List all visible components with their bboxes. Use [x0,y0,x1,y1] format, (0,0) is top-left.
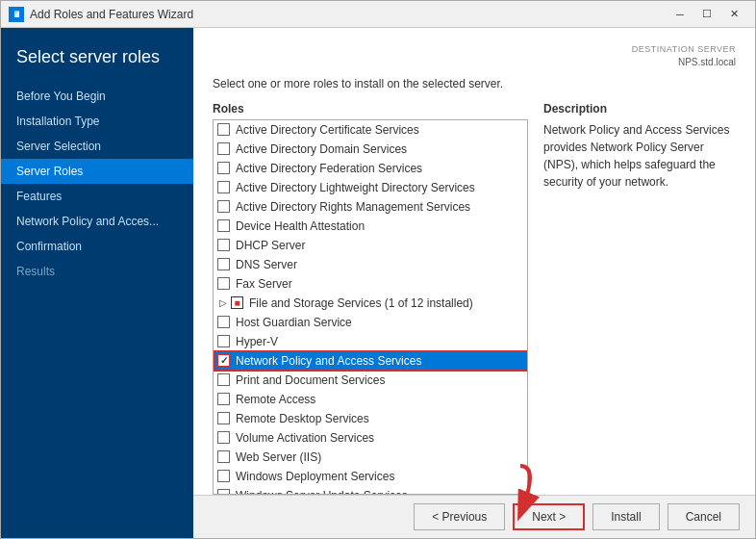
role-item-device-health[interactable]: Device Health Attestation [214,217,527,236]
role-checkbox-ad-cert[interactable] [217,123,230,136]
role-label-ad-rights: Active Directory Rights Management Servi… [236,200,470,214]
role-item-win-deployment[interactable]: Windows Deployment Services [214,467,527,486]
nav-list: Before You Begin Installation Type Serve… [1,84,193,538]
destination-server: DESTINATION SERVER NPS.std.local [213,43,736,69]
window-title: Add Roles and Features Wizard [30,8,667,21]
role-checkbox-network-policy[interactable]: ✓ [217,354,230,367]
role-label-ad-domain: Active Directory Domain Services [236,142,407,156]
nav-item-features[interactable]: Features [1,184,193,209]
role-label-remote-access: Remote Access [236,393,315,406]
role-checkbox-remote-access[interactable] [217,393,230,405]
main-content: DESTINATION SERVER NPS.std.local Select … [193,28,755,538]
role-checkbox-device-health[interactable] [217,219,230,232]
role-item-remote-desktop[interactable]: Remote Desktop Services [214,409,527,428]
role-checkbox-ad-federation[interactable] [217,162,230,174]
role-item-win-update[interactable]: Windows Server Update Services [214,486,527,495]
maximize-button[interactable]: ☐ [693,5,720,24]
role-label-ad-lightweight: Active Directory Lightweight Directory S… [236,181,475,194]
main-panel: DESTINATION SERVER NPS.std.local Select … [193,28,755,495]
role-checkbox-win-deployment[interactable] [217,470,230,482]
roles-panel: Roles Active Directory Certificate Servi… [213,102,528,495]
titlebar: 🖥 Add Roles and Features Wizard ─ ☐ ✕ [1,1,755,28]
role-checkbox-win-update[interactable] [217,489,230,495]
role-item-ad-lightweight[interactable]: Active Directory Lightweight Directory S… [214,178,527,197]
role-checkbox-web-server[interactable] [217,450,230,463]
nav-item-installation-type[interactable]: Installation Type [1,109,193,134]
previous-button[interactable]: < Previous [414,503,505,530]
dest-server-label: DESTINATION SERVER [213,43,736,56]
role-label-dns: DNS Server [236,258,297,271]
role-item-print-doc[interactable]: Print and Document Services [214,371,527,390]
nav-item-before-you-begin[interactable]: Before You Begin [1,84,193,109]
description-text: Network Policy and Access Services provi… [543,121,736,191]
window-controls: ─ ☐ ✕ [667,5,747,24]
app-icon: 🖥 [9,7,24,22]
role-checkbox-ad-rights[interactable] [217,200,230,213]
role-checkbox-host-guardian[interactable] [217,316,230,328]
role-label-win-update: Windows Server Update Services [236,489,408,495]
description-header: Description [543,102,736,116]
role-item-volume-activation[interactable]: Volume Activation Services [214,428,527,448]
nav-item-results[interactable]: Results [1,259,193,284]
install-button[interactable]: Install [592,503,659,530]
role-label-file-storage: File and Storage Services (1 of 12 insta… [249,296,473,310]
role-checkbox-hyper-v[interactable] [217,335,230,347]
role-checkbox-remote-desktop[interactable] [217,412,230,424]
left-panel: Select server roles Before You Begin Ins… [1,28,193,538]
roles-list-container[interactable]: Active Directory Certificate Services Ac… [213,119,528,495]
role-label-remote-desktop: Remote Desktop Services [236,412,369,425]
role-label-print-doc: Print and Document Services [236,373,385,387]
description-panel: Description Network Policy and Access Se… [543,102,736,495]
nav-item-server-selection[interactable]: Server Selection [1,134,193,159]
role-checkbox-dhcp[interactable] [217,239,230,251]
cancel-button[interactable]: Cancel [668,503,740,530]
role-label-network-policy: Network Policy and Access Services [236,354,421,368]
close-button[interactable]: ✕ [720,5,747,24]
minimize-button[interactable]: ─ [667,5,693,24]
role-item-hyper-v[interactable]: Hyper-V [214,332,527,351]
role-item-host-guardian[interactable]: Host Guardian Service [214,313,527,332]
expand-icon-file-storage: ▷ [217,297,229,309]
instruction-text: Select one or more roles to install on t… [213,77,736,90]
role-item-fax[interactable]: Fax Server [214,274,527,294]
role-checkbox-print-doc[interactable] [217,373,230,386]
role-label-device-health: Device Health Attestation [236,219,365,233]
role-label-host-guardian: Host Guardian Service [236,316,352,329]
content-area: Select server roles Before You Begin Ins… [1,28,755,538]
role-label-web-server: Web Server (IIS) [236,450,321,464]
nav-item-server-roles[interactable]: Server Roles [1,159,193,184]
role-label-win-deployment: Windows Deployment Services [236,470,394,483]
wizard-title: Select server roles [1,28,193,84]
role-item-ad-rights[interactable]: Active Directory Rights Management Servi… [214,197,527,217]
role-checkbox-ad-lightweight[interactable] [217,181,230,193]
role-label-dhcp: DHCP Server [236,239,305,252]
dest-server-value: NPS.std.local [213,56,736,69]
nav-item-confirmation[interactable]: Confirmation [1,234,193,259]
roles-list: Active Directory Certificate Services Ac… [214,120,527,495]
role-item-file-storage[interactable]: ▷ ■ File and Storage Services (1 of 12 i… [214,294,527,313]
role-label-ad-cert: Active Directory Certificate Services [236,123,419,137]
role-label-fax: Fax Server [236,277,292,291]
wizard-window: 🖥 Add Roles and Features Wizard ─ ☐ ✕ Se… [0,0,756,539]
role-label-volume-activation: Volume Activation Services [236,431,374,445]
role-label-ad-federation: Active Directory Federation Services [236,162,422,175]
footer: < Previous Next > Install Cancel [193,495,755,538]
role-checkbox-volume-activation[interactable] [217,431,230,444]
role-checkbox-ad-domain[interactable] [217,142,230,155]
role-checkbox-fax[interactable] [217,277,230,290]
role-item-remote-access[interactable]: Remote Access [214,390,527,409]
panels: Roles Active Directory Certificate Servi… [213,102,736,495]
role-item-ad-federation[interactable]: Active Directory Federation Services [214,159,527,178]
role-item-web-server[interactable]: Web Server (IIS) [214,448,527,467]
role-checkbox-file-storage[interactable]: ■ [231,296,243,309]
role-checkbox-dns[interactable] [217,258,230,270]
roles-header: Roles [213,102,528,116]
role-item-dns[interactable]: DNS Server [214,255,527,274]
role-item-ad-cert[interactable]: Active Directory Certificate Services [214,120,527,140]
next-button[interactable]: Next > [513,503,585,530]
role-item-ad-domain[interactable]: Active Directory Domain Services [214,140,527,159]
nav-item-network-policy[interactable]: Network Policy and Acces... [1,209,193,234]
role-label-hyper-v: Hyper-V [236,335,278,348]
role-item-network-policy[interactable]: ✓ Network Policy and Access Services [214,351,527,371]
role-item-dhcp[interactable]: DHCP Server [214,236,527,255]
